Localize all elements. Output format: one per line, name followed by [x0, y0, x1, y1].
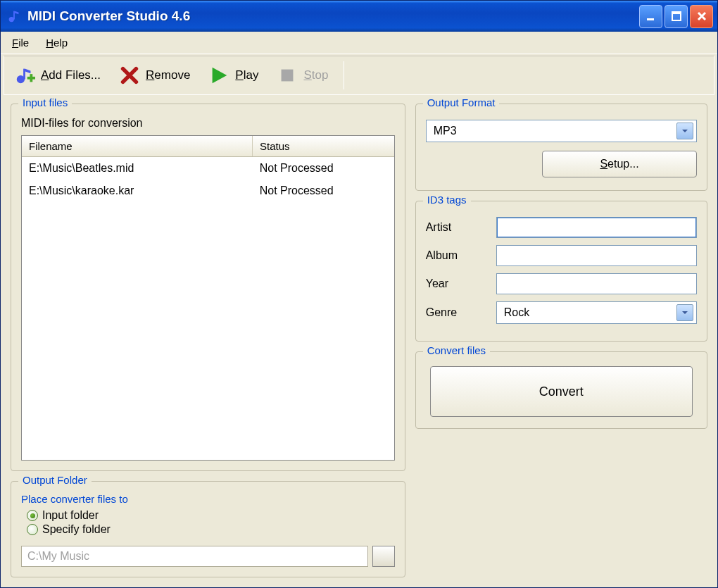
- output-folder-title: Output Folder: [18, 474, 92, 486]
- menubar: File Help: [1, 32, 717, 54]
- radio-icon: [27, 510, 38, 521]
- left-column: Input files MIDI-files for conversion Fi…: [11, 104, 405, 577]
- stop-icon: [277, 65, 298, 86]
- year-row: Year: [426, 273, 697, 294]
- year-input[interactable]: [496, 273, 697, 294]
- stop-label: Stop: [303, 68, 328, 82]
- table-row[interactable]: E:\Music\karaoke.kar Not Processed: [22, 180, 394, 202]
- chevron-down-icon: [676, 123, 693, 139]
- output-format-group: Output Format MP3 Setup...: [415, 104, 707, 191]
- convert-title: Convert files: [423, 344, 490, 356]
- svg-rect-2: [647, 18, 654, 20]
- radio-input-folder-label: Input folder: [42, 509, 99, 522]
- menu-help[interactable]: Help: [39, 34, 75, 51]
- window-controls: [639, 5, 713, 28]
- radio-specify-folder-label: Specify folder: [42, 523, 111, 536]
- setup-button[interactable]: Setup...: [542, 151, 697, 177]
- output-folder-group: Output Folder Place converter files to I…: [11, 481, 405, 577]
- output-folder-subtitle: Place converter files to: [21, 493, 395, 505]
- add-files-button[interactable]: Add Files...: [11, 62, 111, 89]
- input-files-subtitle: MIDI-files for conversion: [21, 117, 395, 130]
- setup-label: Setup...: [600, 158, 638, 170]
- convert-label: Convert: [539, 384, 584, 399]
- output-path-input[interactable]: [21, 546, 368, 567]
- convert-group: Convert files Convert: [415, 351, 707, 429]
- svg-rect-6: [23, 69, 25, 80]
- close-button[interactable]: [690, 5, 713, 28]
- app-window: MIDI Converter Studio 4.6 File Help Add …: [0, 0, 718, 588]
- file-list[interactable]: Filename Status E:\Music\Beatles.mid Not…: [21, 135, 395, 461]
- add-files-label: Add Files...: [41, 68, 101, 82]
- play-button[interactable]: Play: [206, 62, 268, 89]
- artist-row: Artist: [426, 217, 697, 238]
- remove-icon: [119, 65, 140, 86]
- right-column: Output Format MP3 Setup... ID3 tags Arti…: [415, 104, 707, 577]
- titlebar: MIDI Converter Studio 4.6: [1, 1, 717, 32]
- svg-rect-9: [282, 70, 294, 82]
- stop-button[interactable]: Stop: [274, 62, 338, 89]
- output-format-select[interactable]: MP3: [426, 120, 697, 142]
- output-path-row: [21, 546, 395, 567]
- chevron-down-icon: [676, 304, 693, 321]
- menu-file[interactable]: File: [5, 34, 36, 51]
- artist-input[interactable]: [496, 217, 697, 238]
- window-title: MIDI Converter Studio 4.6: [27, 8, 639, 24]
- play-icon: [208, 65, 229, 86]
- cell-status: Not Processed: [253, 160, 394, 177]
- cell-filename: E:\Music\Beatles.mid: [22, 160, 253, 177]
- app-icon: [6, 8, 22, 24]
- svg-rect-4: [672, 12, 681, 14]
- genre-label: Genre: [426, 306, 489, 319]
- add-files-icon: [14, 65, 35, 86]
- output-format-value: MP3: [434, 125, 457, 137]
- play-label: Play: [235, 68, 258, 82]
- id3-tags-group: ID3 tags Artist Album Year Genre Rock: [415, 201, 707, 342]
- table-row[interactable]: E:\Music\Beatles.mid Not Processed: [22, 157, 394, 180]
- minimize-button[interactable]: [639, 5, 662, 28]
- output-format-title: Output Format: [423, 96, 500, 108]
- column-filename[interactable]: Filename: [22, 136, 253, 156]
- remove-label: Remove: [146, 68, 190, 82]
- id3-title: ID3 tags: [423, 194, 471, 206]
- svg-rect-8: [30, 74, 33, 82]
- column-status[interactable]: Status: [253, 136, 394, 156]
- cell-status: Not Processed: [253, 182, 394, 199]
- genre-select[interactable]: Rock: [496, 301, 697, 324]
- genre-row: Genre Rock: [426, 301, 697, 324]
- content-area: Input files MIDI-files for conversion Fi…: [1, 96, 717, 587]
- remove-button[interactable]: Remove: [116, 62, 200, 89]
- artist-label: Artist: [426, 221, 489, 234]
- maximize-button[interactable]: [665, 5, 688, 28]
- svg-point-0: [9, 17, 14, 22]
- radio-input-folder[interactable]: Input folder: [27, 509, 395, 522]
- radio-specify-folder[interactable]: Specify folder: [27, 523, 395, 536]
- input-files-group: Input files MIDI-files for conversion Fi…: [11, 104, 405, 471]
- cell-filename: E:\Music\karaoke.kar: [22, 182, 253, 199]
- genre-value: Rock: [504, 306, 529, 319]
- file-list-header: Filename Status: [22, 136, 394, 157]
- radio-icon: [27, 524, 38, 535]
- toolbar: Add Files... Remove Play Stop: [4, 56, 714, 95]
- album-label: Album: [426, 249, 489, 262]
- album-input[interactable]: [496, 245, 697, 266]
- svg-rect-1: [13, 11, 15, 20]
- file-list-body: E:\Music\Beatles.mid Not Processed E:\Mu…: [22, 157, 394, 460]
- toolbar-separator: [344, 61, 344, 89]
- convert-button[interactable]: Convert: [430, 366, 693, 417]
- year-label: Year: [426, 277, 489, 290]
- browse-button[interactable]: [372, 546, 395, 567]
- album-row: Album: [426, 245, 697, 266]
- input-files-title: Input files: [18, 96, 72, 108]
